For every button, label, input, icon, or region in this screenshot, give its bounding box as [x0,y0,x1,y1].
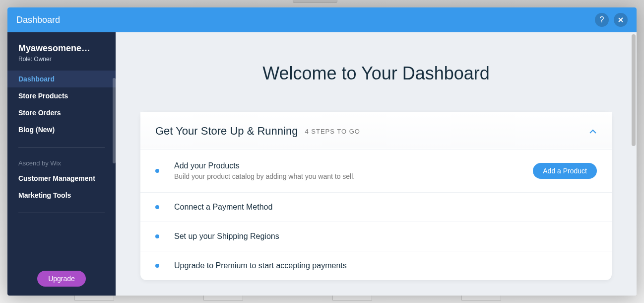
setup-card-header[interactable]: Get Your Store Up & Running 4 STEPS TO G… [140,112,612,149]
step-bullet-icon [155,264,159,268]
upgrade-section: Upgrade [7,262,116,296]
close-button[interactable] [614,13,628,27]
welcome-heading: Welcome to Your Dashboard [116,63,637,84]
nav-divider [18,147,105,148]
collapsed-top-handle[interactable] [293,0,337,3]
nav-store-products[interactable]: Store Products [7,87,116,104]
main-content: Welcome to Your Dashboard Get Your Store… [116,32,637,296]
site-name: Myawesomene… [18,43,105,54]
step-bullet-icon [155,169,159,173]
modal-title: Dashboard [16,15,590,25]
setup-title: Get Your Store Up & Running [155,125,298,138]
step-bullet-icon [155,234,159,238]
chevron-up-icon [589,129,597,134]
dashboard-modal: Dashboard ? Myawesomene… Role: Owner Das… [7,7,637,296]
setup-step-add-products[interactable]: Add your Products Build your product cat… [140,149,612,192]
step-title: Add your Products [174,161,533,170]
step-title: Set up your Shipping Regions [174,232,597,241]
upgrade-button[interactable]: Upgrade [37,271,86,287]
ascend-section-label: Ascend by Wix [7,156,116,170]
close-icon [618,17,624,23]
sidebar-nav: Dashboard Store Products Store Orders Bl… [7,68,116,262]
nav-marketing-tools[interactable]: Marketing Tools [7,187,116,204]
setup-steps-count: 4 STEPS TO GO [305,128,360,135]
step-title: Connect a Payment Method [174,203,597,212]
help-button[interactable]: ? [595,13,609,27]
step-title: Upgrade to Premium to start accepting pa… [174,261,597,270]
modal-header: Dashboard ? [7,7,637,32]
step-desc: Build your product catalog by adding wha… [174,172,533,180]
step-text: Add your Products Build your product cat… [174,161,533,180]
site-role: Role: Owner [18,56,105,63]
nav-store-orders[interactable]: Store Orders [7,104,116,121]
add-product-button[interactable]: Add a Product [533,163,597,179]
content-scrollbar[interactable] [632,34,636,146]
sidebar: Myawesomene… Role: Owner Dashboard Store… [7,32,116,296]
nav-dashboard[interactable]: Dashboard [7,71,116,87]
setup-card: Get Your Store Up & Running 4 STEPS TO G… [140,112,612,280]
step-bullet-icon [155,205,159,209]
help-icon: ? [600,15,604,24]
modal-body: Myawesomene… Role: Owner Dashboard Store… [7,32,637,296]
collapse-toggle[interactable] [589,126,597,137]
setup-step-upgrade[interactable]: Upgrade to Premium to start accepting pa… [140,251,612,280]
nav-customer-management[interactable]: Customer Management [7,170,116,187]
nav-divider-2 [18,213,105,213]
setup-step-payment[interactable]: Connect a Payment Method [140,192,612,222]
site-info[interactable]: Myawesomene… Role: Owner [7,32,116,68]
setup-step-shipping[interactable]: Set up your Shipping Regions [140,222,612,251]
nav-blog[interactable]: Blog (New) [7,121,116,138]
